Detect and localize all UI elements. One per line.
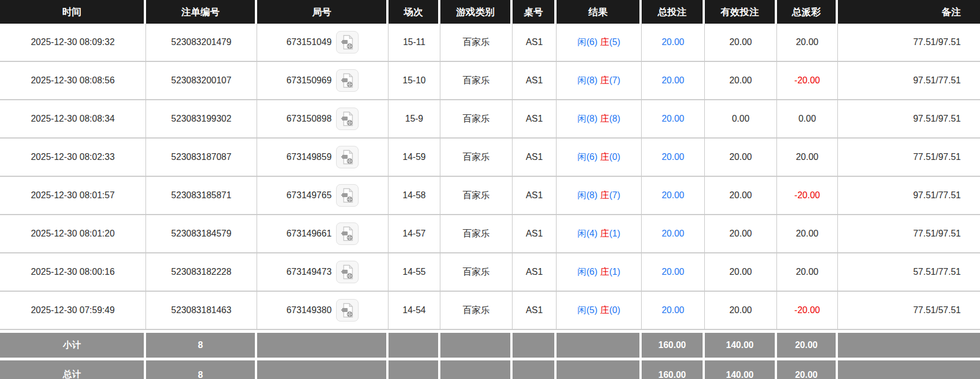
betting-records-page: 时间注单编号局号场次游戏类别桌号结果总投注有效投注总派彩备注2025-12-30… [0, 0, 980, 379]
video-replay-button[interactable] [336, 222, 359, 245]
cell-total-bet-link[interactable]: 20.00 [642, 215, 705, 253]
cell-table_no: AS1 [513, 215, 557, 253]
cell-total-bet-link[interactable]: 20.00 [642, 24, 705, 62]
subtotal-game_type [440, 330, 513, 358]
cell-game_type: 百家乐 [440, 100, 513, 139]
cell-bet_id: 523083199302 [146, 100, 257, 139]
cell-time: 2025-12-30 07:59:49 [0, 292, 146, 330]
subtotal-remark [838, 330, 980, 358]
cell-session: 14-55 [389, 253, 440, 292]
header-valid_bet: 有效投注 [705, 0, 777, 24]
cell-table_no: AS1 [513, 292, 557, 330]
cell-total-bet-link[interactable]: 20.00 [642, 139, 705, 177]
cell-table_no: AS1 [513, 24, 557, 62]
video-replay-button[interactable] [336, 31, 359, 53]
video-replay-icon [340, 73, 355, 88]
subtotal-payout: 20.00 [777, 330, 838, 358]
cell-remark: 77.51/97.51 [838, 215, 980, 253]
cell-result: 闲(6)庄(5) [557, 24, 642, 62]
header-payout: 总派彩 [777, 0, 838, 24]
cell-time: 2025-12-30 08:01:20 [0, 215, 146, 253]
video-replay-icon [340, 226, 355, 242]
subtotal-session [389, 330, 440, 358]
cell-remark: 77.51/97.51 [838, 24, 980, 62]
cell-result: 闲(5)庄(0) [557, 292, 642, 330]
cell-session: 15-9 [389, 100, 440, 139]
cell-round: 673149661 [257, 215, 389, 253]
cell-result: 闲(4)庄(1) [557, 215, 642, 253]
video-replay-button[interactable] [336, 299, 359, 322]
header-round: 局号 [257, 0, 389, 24]
cell-payout: 20.00 [777, 215, 838, 253]
total-game_type [440, 358, 513, 379]
cell-table_no: AS1 [513, 253, 557, 292]
result-banker: 庄 [601, 190, 610, 202]
total-table_no [513, 358, 557, 379]
cell-time: 2025-12-30 08:08:56 [0, 62, 146, 100]
cell-valid_bet: 20.00 [705, 24, 777, 62]
cell-payout: -20.00 [777, 177, 838, 215]
cell-total-bet-link[interactable]: 20.00 [642, 62, 705, 100]
result-player: 闲(8) [577, 75, 598, 87]
cell-time: 2025-12-30 08:01:57 [0, 177, 146, 215]
result-player: 闲(6) [577, 266, 598, 278]
cell-game_type: 百家乐 [440, 177, 513, 215]
total-payout: 20.00 [777, 358, 838, 379]
result-banker: 庄 [601, 113, 610, 125]
subtotal-round [257, 330, 389, 358]
cell-game_type: 百家乐 [440, 215, 513, 253]
header-game_type: 游戏类别 [440, 0, 513, 24]
cell-game_type: 百家乐 [440, 253, 513, 292]
cell-game_type: 百家乐 [440, 24, 513, 62]
header-remark: 备注 [838, 0, 980, 24]
cell-remark: 57.51/77.51 [838, 253, 980, 292]
cell-result: 闲(8)庄(7) [557, 177, 642, 215]
round-number: 673149765 [286, 190, 332, 200]
result-banker: 庄 [601, 266, 610, 278]
total-total_bet: 160.00 [642, 358, 705, 379]
cell-payout: 20.00 [777, 24, 838, 62]
header-bet_id: 注单编号 [146, 0, 257, 24]
round-number: 673150969 [286, 75, 332, 86]
result-banker: 庄 [601, 228, 610, 240]
result-banker-score: (7) [610, 190, 621, 200]
header-session: 场次 [389, 0, 440, 24]
video-replay-button[interactable] [336, 108, 359, 130]
cell-total-bet-link[interactable]: 20.00 [642, 253, 705, 292]
cell-bet_id: 523083201479 [146, 24, 257, 62]
result-banker-score: (0) [610, 152, 621, 162]
cell-session: 14-54 [389, 292, 440, 330]
result-player: 闲(5) [577, 305, 598, 316]
cell-bet_id: 523083181463 [146, 292, 257, 330]
cell-result: 闲(6)庄(0) [557, 139, 642, 177]
header-time: 时间 [0, 0, 146, 24]
video-replay-icon [340, 149, 355, 165]
cell-total-bet-link[interactable]: 20.00 [642, 177, 705, 215]
cell-bet_id: 523083184579 [146, 215, 257, 253]
result-banker-score: (1) [610, 267, 621, 277]
cell-remark: 77.51/57.51 [838, 292, 980, 330]
round-number: 673149473 [286, 267, 332, 277]
cell-table_no: AS1 [513, 139, 557, 177]
cell-payout: 0.00 [777, 100, 838, 139]
cell-bet_id: 523083187087 [146, 139, 257, 177]
cell-round: 673151049 [257, 24, 389, 62]
cell-total-bet-link[interactable]: 20.00 [642, 292, 705, 330]
result-banker: 庄 [601, 37, 610, 48]
video-replay-button[interactable] [336, 184, 359, 207]
video-replay-button[interactable] [336, 69, 359, 92]
total-session [389, 358, 440, 379]
round-number: 673150898 [286, 114, 332, 124]
cell-session: 14-57 [389, 215, 440, 253]
video-replay-button[interactable] [336, 261, 359, 283]
result-banker: 庄 [601, 75, 610, 87]
cell-bet_id: 523083185871 [146, 177, 257, 215]
cell-bet_id: 523083200107 [146, 62, 257, 100]
video-replay-button[interactable] [336, 146, 359, 168]
cell-total-bet-link[interactable]: 20.00 [642, 100, 705, 139]
cell-session: 15-10 [389, 62, 440, 100]
betting-records-table: 时间注单编号局号场次游戏类别桌号结果总投注有效投注总派彩备注2025-12-30… [0, 0, 980, 379]
cell-round: 673150969 [257, 62, 389, 100]
cell-payout: -20.00 [777, 292, 838, 330]
result-banker-score: (7) [610, 75, 621, 86]
